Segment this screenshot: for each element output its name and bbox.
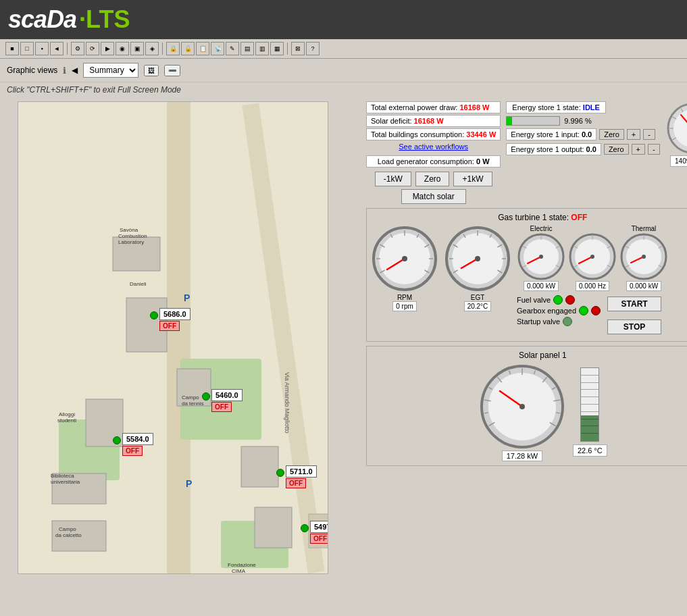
toolbar-btn-4[interactable]: ◄: [50, 42, 63, 55]
toolbar-sep-1: [67, 43, 68, 55]
energy-input-minus-btn[interactable]: -: [643, 129, 655, 140]
minus-1kw-button[interactable]: -1kW: [375, 172, 411, 186]
svg-text:P: P: [186, 478, 192, 489]
energy-store-gauge: [665, 101, 687, 155]
infobox-delfino: 5460.0: [211, 389, 243, 401]
energy-output-plus-btn[interactable]: +: [632, 144, 645, 155]
svg-point-101: [590, 255, 594, 259]
fuel-valve-row: Fuel valve: [517, 295, 601, 305]
svg-rect-1: [167, 102, 190, 574]
toolbar-btn-3[interactable]: ▪: [35, 42, 49, 55]
energy-store-header: Energy store 1 state: IDLE: [506, 101, 606, 113]
toolbar-btn-help[interactable]: ?: [306, 42, 320, 55]
logo-lts: ·LTS: [79, 5, 130, 34]
toolbar-btn-9[interactable]: ▣: [130, 42, 144, 55]
logo-scada: scaDa: [8, 5, 76, 34]
thermal-label: Thermal: [632, 225, 657, 232]
svg-text:Danieli: Danieli: [130, 281, 147, 287]
value-smart-energy: 5686.0: [163, 310, 186, 318]
solar-temp: 22.6 °C: [573, 444, 607, 457]
fuel-valve-label: Fuel valve: [517, 296, 551, 304]
toolbar-btn-6[interactable]: ⟳: [86, 42, 99, 55]
battery-line-1: [581, 433, 599, 434]
toolbar-btn-16[interactable]: ▤: [240, 42, 254, 55]
toolbar-btn-15[interactable]: ✎: [226, 42, 239, 55]
rpm-value: 0 rpm: [392, 301, 417, 311]
toolbar-btn-17[interactable]: ▥: [255, 42, 269, 55]
svg-text:da calcetto: da calcetto: [55, 532, 82, 538]
load-gen-section: Total external power draw: 16168 W Solar…: [366, 101, 501, 204]
gas-turbine-title: Gas turbine 1 state: OFF: [371, 213, 687, 222]
right-panel: Total external power draw: 16168 W Solar…: [366, 101, 687, 616]
start-stop-buttons: START STOP: [607, 294, 661, 337]
svg-text:studenti: studenti: [57, 417, 76, 424]
battery-line-9: [581, 375, 599, 376]
nav-prev-icon[interactable]: ◀: [72, 66, 78, 75]
egt-label: EGT: [471, 294, 485, 301]
marker-smart-energy: 5686.0 OFF: [150, 311, 158, 322]
battery-line-7: [581, 389, 599, 390]
toolbar-btn-7[interactable]: ▶: [101, 42, 114, 55]
map-canvas: Via Armando Magliotto P P P Savòna Combu…: [18, 101, 328, 574]
value-marchi: 5497.0: [314, 523, 328, 531]
small-gauges-row: Electric: [517, 225, 668, 291]
energy-store-label: Energy store 1 state:: [512, 103, 581, 111]
electric-value: 0.000 kW: [524, 281, 559, 291]
svg-line-114: [484, 413, 488, 413]
start-button[interactable]: START: [607, 297, 661, 311]
plus-1kw-button[interactable]: +1kW: [453, 172, 492, 186]
svg-point-83: [475, 256, 480, 261]
status-lagorio: OFF: [286, 478, 306, 488]
status-dot-smart-energy: [150, 311, 158, 319]
energy-progress-row: 9.996 %: [506, 116, 659, 126]
energy-progress-label: 9.996 %: [564, 117, 591, 125]
rpm-gauge-wrapper: RPM 0 rpm: [371, 225, 438, 337]
fuel-valve-light-green: [553, 295, 563, 305]
summary-select[interactable]: Summary: [83, 63, 138, 78]
nav-minus-btn[interactable]: ➖: [164, 65, 180, 76]
rpm-label: RPM: [397, 294, 412, 301]
toolbar-btn-13[interactable]: 📋: [196, 42, 209, 55]
see-workflows-link[interactable]: See active workflows: [399, 143, 468, 151]
svg-point-70: [402, 256, 407, 261]
toolbar-btn-18[interactable]: ▦: [270, 42, 284, 55]
electric-gauge: [517, 232, 565, 281]
match-solar-button[interactable]: Match solar: [401, 189, 466, 204]
gearbox-label: Gearbox engaged: [517, 307, 576, 315]
svg-text:Combustion: Combustion: [118, 233, 147, 239]
toolbar-btn-8[interactable]: ◉: [116, 42, 129, 55]
toolbar-btn-11[interactable]: 🔒: [166, 42, 180, 55]
toolbar-btn-10[interactable]: ◈: [145, 42, 159, 55]
toolbar: ■ □ ▪ ◄ ⚙ ⟳ ▶ ◉ ▣ ◈ 🔒 🔓 📋 📡 ✎ ▤ ▥ ▦ ⊠ ?: [0, 39, 687, 59]
energy-output-minus-btn[interactable]: -: [648, 144, 660, 155]
marker-palazzina-delfino: 5460.0 OFF: [202, 392, 210, 403]
toolbar-btn-2[interactable]: □: [20, 42, 34, 55]
topbar: Graphic views ℹ ◀ Summary 🖼 ➖: [0, 59, 687, 82]
toolbar-btn-exit[interactable]: ⊠: [291, 42, 305, 55]
energy-input-zero-btn[interactable]: Zero: [599, 129, 624, 140]
toolbar-btn-5[interactable]: ⚙: [71, 42, 84, 55]
status-alloggi: OFF: [122, 446, 143, 456]
hz-spacer: [592, 225, 594, 232]
fuel-valve-light-red: [565, 295, 575, 305]
solar-panel-section: Solar panel 1: [366, 346, 687, 466]
solar-gauge: [478, 363, 566, 451]
stop-button[interactable]: STOP: [607, 319, 661, 334]
battery-line-6: [581, 396, 599, 397]
turbine-right-section: Electric: [517, 225, 668, 337]
energy-output-zero-btn[interactable]: Zero: [604, 144, 629, 155]
energy-store-gauge-value: 14094.3Wh: [670, 155, 687, 167]
zero-button[interactable]: Zero: [415, 172, 450, 186]
status-lights: Fuel valve Gearbox engaged Startup valve: [517, 294, 601, 328]
top-section: Total external power draw: 16168 W Solar…: [366, 101, 687, 204]
map-svg: Via Armando Magliotto P P P Savòna Combu…: [18, 102, 328, 574]
hz-gauge: [568, 232, 617, 281]
help-icon[interactable]: ℹ: [63, 66, 66, 76]
energy-input-plus-btn[interactable]: +: [627, 129, 640, 140]
nav-image-btn[interactable]: 🖼: [144, 65, 159, 76]
toolbar-btn-14[interactable]: 📡: [211, 42, 224, 55]
toolbar-btn-12[interactable]: 🔓: [181, 42, 195, 55]
toolbar-btn-1[interactable]: ■: [5, 42, 19, 55]
marker-lagorio: 5711.0 OFF: [276, 469, 284, 479]
turbine-controls: Fuel valve Gearbox engaged Startup valve: [517, 294, 668, 337]
